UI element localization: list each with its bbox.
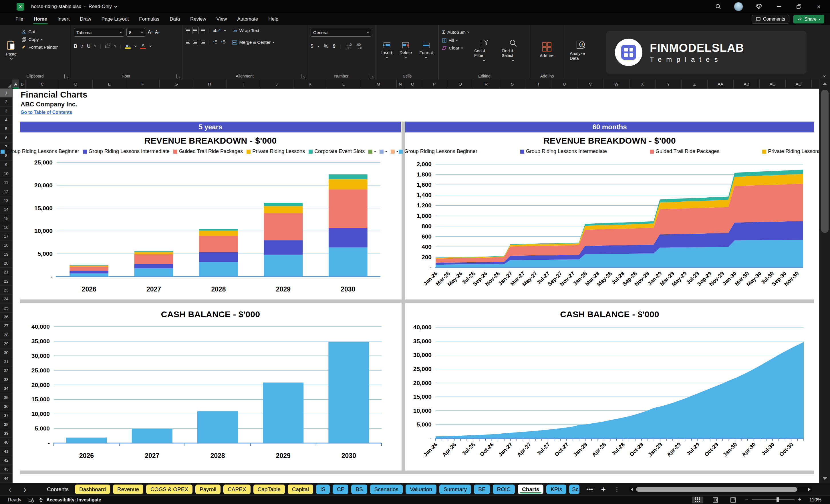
shrink-font-button[interactable]: Av [155,30,160,35]
more-sheets-button[interactable]: ••• [586,486,593,493]
menu-tab-page-layout[interactable]: Page Layout [98,14,133,24]
select-all-corner[interactable] [0,80,12,88]
restore-button[interactable] [795,2,803,11]
sheet-tab-cf[interactable]: CF [332,484,348,494]
row-header-10[interactable]: 10 [0,169,12,178]
sheet-tab-revenue[interactable]: Revenue [113,484,143,494]
comma-format-button[interactable]: 9 [333,43,336,49]
menu-tab-review[interactable]: Review [186,14,210,24]
row-header-38[interactable]: 38 [0,420,12,429]
row-header-42[interactable]: 42 [0,456,12,465]
font-size-select[interactable]: 8 [126,28,145,37]
underline-button[interactable]: U [87,43,90,49]
column-header-M[interactable]: M [360,80,397,88]
column-header-R[interactable]: R [473,80,499,88]
merge-center-button[interactable]: Merge & Center [232,40,274,45]
row-header-32[interactable]: 32 [0,367,12,375]
normal-view-button[interactable] [692,497,703,503]
menu-tab-insert[interactable]: Insert [54,14,74,24]
horizontal-scrollbar[interactable] [629,486,812,492]
column-header-Q[interactable]: Q [447,80,473,88]
menu-tab-formulas[interactable]: Formulas [135,14,163,24]
row-header-24[interactable]: 24 [0,295,12,304]
accessibility-status[interactable]: Accessibility: Investigate [46,497,101,503]
italic-button[interactable]: I [81,43,83,49]
row-header-16[interactable]: 16 [0,223,12,232]
menu-tab-automate[interactable]: Automate [233,14,262,24]
page-break-view-button[interactable] [727,497,739,503]
column-header-H[interactable]: H [193,80,226,88]
sheet-cells[interactable]: Financial Charts ABC Company Inc. Go to … [12,89,819,483]
title-chevron-down-icon[interactable] [114,5,117,8]
scroll-left-arrow[interactable] [631,488,633,491]
column-header-G[interactable]: G [160,80,193,88]
column-header-B[interactable]: B [19,80,26,88]
bold-button[interactable]: B [74,43,77,49]
scroll-right-arrow[interactable] [808,488,810,491]
column-header-O[interactable]: O [404,80,421,88]
percent-format-button[interactable]: % [324,43,328,49]
sheet-tab-capex[interactable]: CAPEX [223,484,250,494]
decrease-decimal-button[interactable]: .00→.0 [356,43,362,50]
sheet-tab-payroll[interactable]: Payroll [195,484,221,494]
horizontal-scroll-thumb[interactable] [636,487,797,492]
row-header-21[interactable]: 21 [0,268,12,277]
column-header-X[interactable]: X [630,80,656,88]
decrease-indent-button[interactable] [213,39,217,45]
scroll-up-arrow[interactable] [823,83,827,85]
column-header-AD[interactable]: AD [786,80,812,88]
sort-filter-button[interactable]: AZ Sort & Filter [472,28,497,72]
menu-tab-data[interactable]: Data [166,14,184,24]
row-header-25[interactable]: 25 [0,304,12,313]
row-header-12[interactable]: 12 [0,187,12,196]
table-of-contents-link[interactable]: Go to Table of Contents [21,110,72,115]
fill-color-dropdown[interactable] [134,45,136,47]
share-button[interactable]: Share [793,15,824,24]
sheet-tab-sc[interactable]: Sc [569,484,579,494]
column-header-J[interactable]: J [260,80,293,88]
page-layout-view-button[interactable] [710,497,721,503]
row-header-15[interactable]: 15 [0,214,12,223]
zoom-in-button[interactable]: + [798,497,801,503]
paste-button[interactable]: Paste [3,28,19,72]
sheet-tab-valuation[interactable]: Valuation [406,484,437,494]
font-dialog-launcher[interactable]: ↘ [177,74,181,78]
user-avatar[interactable] [734,2,743,11]
number-format-select[interactable]: General [311,28,371,37]
column-header-K[interactable]: K [293,80,327,88]
menu-tab-draw[interactable]: Draw [76,14,95,24]
column-header-T[interactable]: T [525,80,551,88]
currency-format-button[interactable]: $ [311,43,313,49]
row-header-22[interactable]: 22 [0,277,12,286]
copy-button[interactable]: Copy [22,37,58,42]
wrap-text-button[interactable]: ab Wrap Text [232,28,259,33]
sheet-tab-scenarios[interactable]: Scenarios [370,484,403,494]
sheet-tab-kpis[interactable]: KPIs [546,484,566,494]
sheet-tab-capital[interactable]: Capital [288,484,313,494]
row-header-36[interactable]: 36 [0,402,12,411]
accessibility-icon[interactable] [38,497,43,503]
column-header-Y[interactable]: Y [656,80,681,88]
sheet-tab-roic[interactable]: ROIC [493,484,515,494]
insert-cells-button[interactable]: Insert [379,28,394,72]
record-macro-icon[interactable] [29,497,34,503]
sheet-tab-contents[interactable]: Contents [47,486,69,493]
sheet-tab-cogs-opex[interactable]: COGS & OPEX [146,484,192,494]
row-header-23[interactable]: 23 [0,286,12,295]
column-header-AC[interactable]: AC [760,80,786,88]
close-button[interactable]: × [815,2,823,11]
align-left-button[interactable] [186,40,190,45]
next-sheet-arrow[interactable]: › [20,485,30,494]
menu-tab-home[interactable]: Home [29,14,51,24]
number-dialog-launcher[interactable]: ↘ [370,74,374,78]
row-header-2[interactable]: 2 [0,98,12,106]
autosum-button[interactable]: Σ AutoSum [442,29,469,35]
row-header-40[interactable]: 40 [0,438,12,447]
row-header-31[interactable]: 31 [0,357,12,366]
row-header-43[interactable]: 43 [0,465,12,474]
column-header-V[interactable]: V [577,80,604,88]
align-middle-button[interactable] [193,28,197,33]
align-right-button[interactable] [201,40,205,45]
align-center-button[interactable] [193,40,197,45]
column-header-AA[interactable]: AA [708,80,734,88]
